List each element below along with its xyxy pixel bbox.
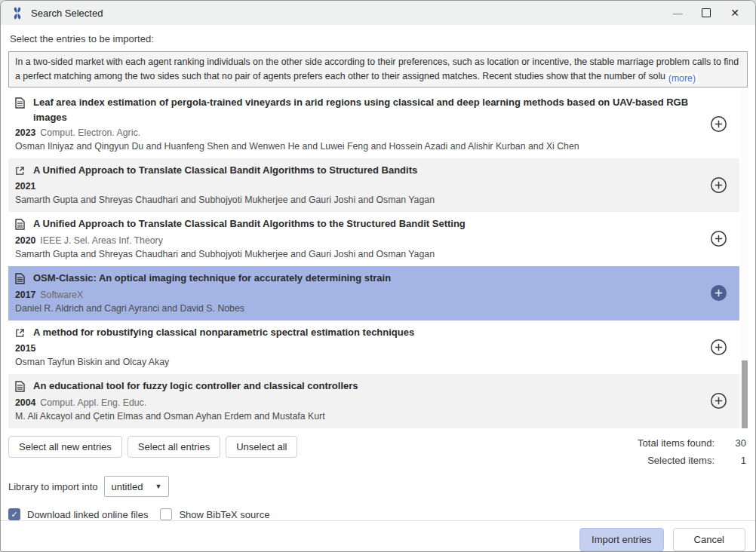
entry-row[interactable]: A Unified Approach to Translate Classica… — [8, 158, 739, 212]
entry-authors: Daniel R. Aldrich and Cagri Ayranci and … — [15, 302, 701, 315]
file-icon — [15, 271, 33, 287]
minimize-button[interactable]: — — [663, 2, 692, 23]
more-link[interactable]: (more) — [667, 73, 697, 84]
add-entry-button[interactable] — [710, 284, 727, 302]
entry-title: A Unified Approach to Translate Classica… — [33, 216, 466, 233]
external-link-icon — [15, 163, 33, 179]
entry-row[interactable]: Leaf area index estimation of pergola-tr… — [8, 90, 739, 158]
add-entry-button[interactable] — [710, 392, 727, 409]
entry-journal: SoftwareX — [40, 290, 83, 300]
entry-authors: Samarth Gupta and Shreyas Chaudhari and … — [15, 193, 701, 207]
entry-title: Leaf area index estimation of pergola-tr… — [33, 95, 701, 125]
plus-circle-icon — [710, 284, 727, 302]
check-icon: ✓ — [11, 510, 17, 520]
jabref-logo-icon — [10, 6, 25, 20]
plus-circle-icon — [710, 115, 727, 133]
close-icon: ✕ — [730, 7, 739, 19]
file-icon — [15, 216, 33, 233]
entry-year: 2021 — [15, 181, 35, 192]
import-entries-button[interactable]: Import entries — [579, 528, 663, 551]
result-stats: Total items found: 30 Selected items: 1 — [638, 436, 748, 466]
titlebar[interactable]: Search Selected — ✕ — [1, 1, 755, 25]
library-to-import-label: Library to import into — [8, 481, 98, 492]
entry-year: 2017 — [15, 290, 35, 300]
window-title: Search Selected — [31, 8, 103, 19]
entry-row[interactable]: A Unified Approach to Translate Classica… — [8, 212, 739, 266]
total-items-value: 30 — [736, 437, 746, 449]
external-link-icon — [15, 325, 33, 341]
entry-title: A Unified Approach to Translate Classica… — [33, 163, 417, 179]
plus-circle-icon — [710, 230, 727, 247]
list-scrollbar[interactable] — [741, 90, 748, 428]
select-all-entries-button[interactable]: Select all entries — [128, 436, 220, 458]
entry-journal: IEEE J. Sel. Areas Inf. Theory — [40, 235, 162, 246]
select-all-new-entries-button[interactable]: Select all new entries — [8, 436, 122, 458]
entry-title: OSM-Classic: An optical imaging techniqu… — [33, 271, 391, 287]
maximize-button[interactable] — [692, 2, 721, 23]
total-items-label: Total items found: — [638, 437, 715, 449]
add-entry-button[interactable] — [710, 115, 727, 133]
search-selected-dialog: Search Selected — ✕ Select the entries t… — [0, 0, 756, 552]
entry-journal: Comput. Electron. Agric. — [40, 127, 140, 138]
minimize-icon: — — [673, 8, 683, 19]
entry-year: 2023 — [15, 127, 35, 138]
download-linked-files-checkbox[interactable]: ✓ — [8, 508, 20, 520]
entry-authors: Samarth Gupta and Shreyas Chaudhari and … — [15, 247, 701, 261]
entry-year: 2015 — [15, 343, 35, 354]
instruction-label: Select the entries to be imported: — [1, 25, 755, 51]
entry-journal: Comput. Appl. Eng. Educ. — [40, 397, 146, 408]
plus-circle-icon — [710, 339, 727, 356]
entry-authors: Osman Ilniyaz and Qingyun Du and Huanfen… — [15, 140, 701, 153]
file-icon — [15, 379, 33, 395]
entry-authors: M. Ali Akcayol and Çetin Elmas and Osman… — [15, 409, 701, 423]
download-linked-files-label: Download linked online files — [27, 509, 148, 520]
plus-circle-icon — [710, 176, 727, 194]
entry-year: 2004 — [15, 397, 35, 408]
abstract-preview: In a two-sided market with each agent ra… — [8, 51, 748, 87]
entry-row[interactable]: An educational tool for fuzzy logic cont… — [8, 374, 739, 428]
show-bibtex-source-checkbox[interactable] — [160, 508, 172, 520]
unselect-all-button[interactable]: Unselect all — [226, 436, 297, 458]
plus-circle-icon — [710, 392, 727, 409]
cancel-button[interactable]: Cancel — [673, 528, 745, 551]
scrollbar-thumb[interactable] — [742, 360, 748, 428]
close-button[interactable]: ✕ — [721, 2, 749, 23]
entry-title: An educational tool for fuzzy logic cont… — [33, 379, 358, 395]
caret-down-icon: ▼ — [155, 483, 161, 490]
entry-title: A method for robustifying classical nonp… — [33, 325, 414, 341]
library-select[interactable]: untitled ▼ — [104, 476, 170, 497]
entry-list: Leaf area index estimation of pergola-tr… — [8, 90, 748, 428]
entry-authors: Osman Tayfun Biskin and Olcay Akay — [15, 355, 701, 369]
library-select-value: untitled — [112, 481, 143, 492]
show-bibtex-source-label: Show BibTeX source — [179, 509, 269, 520]
add-entry-button[interactable] — [710, 176, 727, 194]
entry-row[interactable]: A method for robustifying classical nonp… — [8, 320, 739, 374]
abstract-text: In a two-sided market with each agent ra… — [15, 55, 741, 84]
add-entry-button[interactable] — [710, 339, 727, 356]
file-icon — [15, 95, 33, 125]
selected-items-value: 1 — [741, 455, 746, 466]
entry-row-selected[interactable]: OSM-Classic: An optical imaging techniqu… — [8, 266, 739, 320]
entry-year: 2020 — [15, 235, 35, 246]
add-entry-button[interactable] — [710, 230, 727, 247]
selected-items-label: Selected items: — [647, 455, 715, 466]
maximize-icon — [702, 8, 711, 17]
